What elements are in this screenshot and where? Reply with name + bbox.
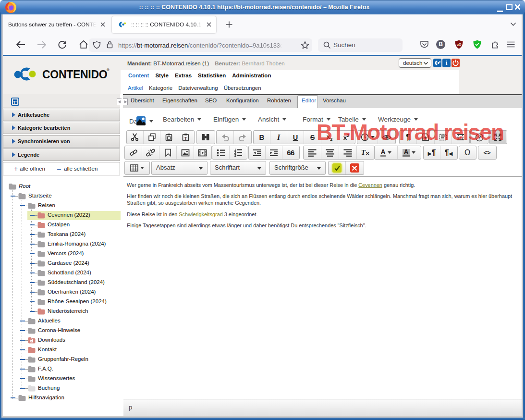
svg-text:T: T bbox=[184, 136, 187, 141]
svg-text:uO: uO bbox=[457, 43, 462, 46]
svg-text:CONTENIDO: CONTENIDO bbox=[42, 68, 107, 81]
svg-text:®: ® bbox=[107, 68, 110, 72]
